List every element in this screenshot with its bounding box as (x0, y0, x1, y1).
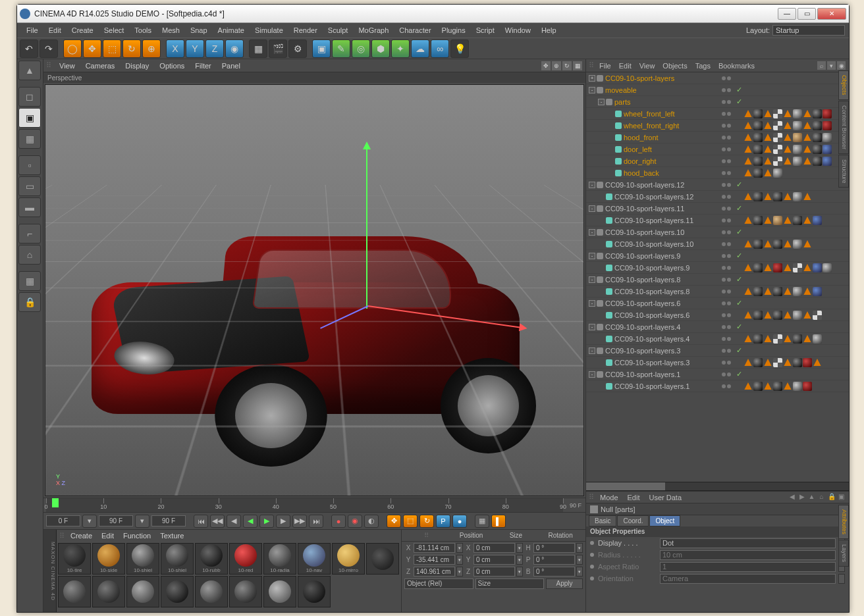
tag-tri[interactable] (803, 192, 812, 201)
vpmenu-filter[interactable]: Filter (190, 62, 216, 70)
menu-tools[interactable]: Tools (129, 23, 157, 38)
tab-attributes[interactable]: Attributes (838, 505, 849, 539)
visibility-dots[interactable] (718, 76, 734, 80)
tag-tri[interactable] (743, 133, 753, 142)
material-item[interactable] (366, 543, 399, 575)
tag-s2[interactable] (773, 192, 782, 201)
range-field[interactable]: 90 F (151, 515, 186, 526)
rot-field[interactable]: 0 ° (533, 543, 575, 553)
tag-s4[interactable] (803, 358, 812, 367)
tag-tri[interactable] (783, 263, 792, 272)
tag-s3[interactable] (773, 121, 782, 130)
tag-tri[interactable] (763, 109, 772, 118)
tag-s4[interactable] (773, 263, 782, 272)
tag-tri[interactable] (803, 263, 812, 272)
tag-tri[interactable] (743, 109, 753, 118)
object-row[interactable]: CC09-10-sport-layers.12 (586, 191, 849, 203)
tree-toggle[interactable]: - (589, 205, 595, 212)
visibility-dots[interactable] (718, 136, 734, 140)
dropdown-icon[interactable] (838, 574, 845, 584)
object-row[interactable]: +CC09-10-sport-layers (586, 72, 849, 84)
objtree-scroll[interactable] (586, 482, 849, 491)
tag-tri[interactable] (783, 216, 792, 225)
model-mode[interactable]: ◻ (18, 87, 41, 107)
tag-s1[interactable] (793, 121, 802, 130)
tag-s5[interactable] (813, 216, 822, 225)
visibility-dots[interactable] (718, 147, 734, 151)
object-row[interactable]: -CC09-10-sport-layers.9✓ (586, 250, 849, 262)
visibility-dots[interactable] (718, 254, 734, 258)
object-row[interactable]: -CC09-10-sport-layers.8✓ (586, 274, 849, 286)
tree-toggle[interactable]: - (589, 324, 595, 330)
visibility-dots[interactable] (718, 88, 734, 92)
tag-tri[interactable] (803, 216, 812, 225)
menu-help[interactable]: Help (536, 23, 562, 38)
tag-s2[interactable] (753, 287, 763, 296)
enable-check[interactable]: ✓ (734, 228, 743, 236)
tag-s2[interactable] (753, 263, 763, 272)
visibility-dots[interactable] (718, 313, 734, 317)
rotate-tool[interactable]: ↻ (122, 39, 141, 58)
maximize-button[interactable]: ▭ (797, 8, 816, 20)
tag-tri[interactable] (763, 168, 772, 178)
visibility-dots[interactable] (718, 266, 734, 270)
tree-toggle[interactable]: - (589, 347, 595, 354)
tag-tri[interactable] (743, 240, 753, 249)
next-frame[interactable]: ▶ (276, 515, 290, 528)
render-pv[interactable]: 🎬 (269, 39, 287, 58)
tree-toggle[interactable]: - (589, 276, 595, 283)
attr-value-field[interactable]: 10 cm (660, 550, 836, 560)
tag-s1[interactable] (793, 382, 802, 391)
make-editable[interactable]: ▲ (18, 61, 41, 80)
visibility-dots[interactable] (718, 278, 734, 282)
viewport-3d[interactable]: YX Z (45, 84, 584, 496)
key-pos[interactable]: ✥ (387, 515, 401, 528)
scale-tool[interactable]: ⬚ (103, 39, 121, 58)
tag-s6[interactable] (773, 216, 782, 225)
frame-spin[interactable]: ▾ (82, 515, 97, 528)
tag-s2[interactable] (793, 334, 802, 344)
tag-tri[interactable] (783, 287, 792, 296)
prev-key[interactable]: ◀◀ (210, 515, 225, 528)
tag-s2[interactable] (753, 121, 763, 130)
vp-rotate-icon[interactable]: ↻ (562, 61, 572, 70)
enable-check[interactable]: ✓ (734, 204, 743, 213)
visibility-dots[interactable] (718, 384, 734, 388)
object-row[interactable]: -CC09-10-sport-layers.12✓ (586, 179, 849, 191)
environment[interactable]: ☁ (411, 39, 429, 58)
tag-s5[interactable] (813, 263, 822, 272)
tag-s3[interactable] (773, 358, 782, 367)
tag-tri[interactable] (763, 157, 772, 166)
key-scale[interactable]: ⬚ (403, 515, 418, 528)
enable-check[interactable]: ✓ (734, 86, 743, 94)
tag-s2[interactable] (773, 287, 782, 296)
vp-layout-icon[interactable]: ▦ (573, 61, 582, 70)
object-row[interactable]: wheel_front_right (586, 120, 849, 132)
vpmenu-panel[interactable]: Panel (217, 62, 246, 70)
tag-tri[interactable] (743, 145, 753, 154)
lock-tool[interactable]: 🔒 (18, 292, 41, 312)
visibility-dots[interactable] (718, 195, 734, 199)
tag-s2[interactable] (813, 145, 822, 154)
tag-tri[interactable] (783, 145, 792, 154)
attr-tab-basic[interactable]: Basic (589, 515, 616, 526)
titlebar[interactable]: CINEMA 4D R14.025 Studio DEMO - [Softped… (17, 5, 849, 23)
tag-s2[interactable] (793, 216, 802, 225)
attr-back-icon[interactable]: ◀ (788, 493, 796, 501)
tag-s2[interactable] (753, 168, 763, 178)
tag-tri[interactable] (763, 240, 772, 249)
material-item[interactable]: 10-radia (263, 543, 296, 575)
tag-s6[interactable] (793, 133, 802, 142)
tag-s2[interactable] (773, 311, 782, 320)
visibility-dots[interactable] (718, 183, 734, 187)
tag-tri[interactable] (743, 192, 753, 201)
material-item[interactable]: 10-red (229, 543, 262, 575)
tag-s3[interactable] (773, 145, 782, 154)
visibility-dots[interactable] (718, 171, 734, 175)
tag-tri[interactable] (763, 334, 772, 344)
coord-mode-select[interactable]: Object (Rel) (404, 578, 473, 589)
rot-field[interactable]: 0 ° (533, 567, 575, 577)
end-frame-field[interactable]: 90 F (99, 515, 133, 526)
objmenu-view[interactable]: View (635, 62, 659, 70)
tag-s2[interactable] (813, 133, 822, 142)
